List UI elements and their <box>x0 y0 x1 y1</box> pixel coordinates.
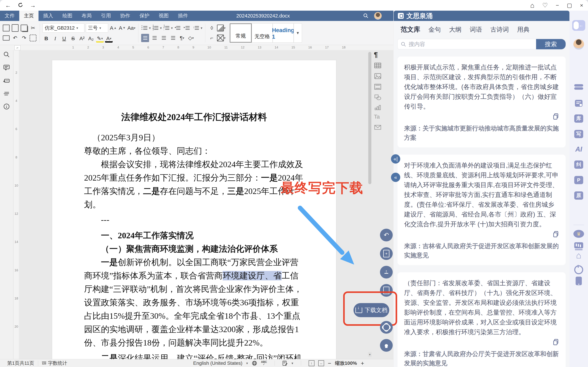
strikethrough-button[interactable]: S <box>69 34 77 43</box>
copy-icon[interactable] <box>404 339 559 346</box>
copy-icon[interactable] <box>404 113 559 120</box>
zoom-level[interactable]: 缩放100% <box>335 360 357 367</box>
bullet-list-button[interactable]: •••▾ <box>141 24 151 32</box>
tab-collaborate[interactable]: 协作 <box>116 11 135 21</box>
align-center-button[interactable] <box>150 34 158 42</box>
search-submit-button[interactable]: 搜索 <box>536 39 566 49</box>
refresh-button[interactable] <box>17 2 23 9</box>
forward-button[interactable]: → <box>30 2 36 9</box>
style-normal[interactable]: 常规 <box>230 23 252 43</box>
save-button[interactable] <box>2 24 10 32</box>
style-gallery-more-button[interactable]: ▾ <box>294 23 302 43</box>
write-icon[interactable]: 写 <box>574 130 583 138</box>
panel-collapse-handle-icon[interactable]: « <box>391 173 400 182</box>
paste-button[interactable] <box>11 24 19 32</box>
original-icon[interactable]: 原 <box>574 192 583 200</box>
tab-home[interactable]: 主页 <box>19 11 39 21</box>
copy-icon[interactable] <box>404 231 559 238</box>
word-count-button[interactable]: 字数统计 <box>48 360 67 367</box>
style-heading1[interactable]: Heading 1 <box>273 23 294 43</box>
underline-button[interactable]: U <box>60 34 68 43</box>
language-selector[interactable]: English (United States) <box>193 360 242 366</box>
shapes-icon[interactable] <box>374 93 382 101</box>
scroll-down-button[interactable]: ▼ <box>368 352 372 357</box>
proofread-icon[interactable]: 纠 <box>574 160 583 169</box>
tab-view[interactable]: 视图 <box>154 11 173 21</box>
outline-icon[interactable] <box>3 90 10 97</box>
paragraph-mark-button[interactable]: ¶▾ <box>178 34 186 42</box>
font-size-select[interactable]: 三号▾ <box>86 23 108 33</box>
bold-button[interactable]: B <box>43 34 50 43</box>
tab-layout[interactable]: 布局 <box>77 11 96 21</box>
borders-button[interactable]: ▾ <box>217 34 226 42</box>
tab-allusions[interactable]: 用典 <box>517 25 529 34</box>
clear-format-button[interactable]: ◊ <box>208 24 216 32</box>
library-icon[interactable]: 库 <box>574 114 583 123</box>
highlight-color-button[interactable]: ✎▾ <box>96 34 104 43</box>
search-input[interactable] <box>398 39 536 49</box>
tab-sample-library[interactable]: 范文库 <box>401 25 420 34</box>
chart-icon[interactable] <box>374 104 382 111</box>
decrease-indent-button[interactable]: ◂ <box>174 24 182 32</box>
multilevel-list-button[interactable]: 1•:▾ <box>163 24 173 32</box>
vertical-ruler[interactable]: 2468101214161820 <box>14 50 19 359</box>
justify-button[interactable] <box>169 34 177 42</box>
close-button[interactable]: × <box>580 2 583 8</box>
search-icon[interactable] <box>362 12 370 20</box>
new-document-fab[interactable]: + <box>380 247 393 260</box>
track-changes-icon[interactable] <box>282 360 288 366</box>
ppt-icon[interactable]: P <box>574 176 583 184</box>
redo-button[interactable]: ↷ <box>20 34 28 42</box>
reference-card[interactable]: 积极开展试点示范，聚焦重点任务，定期推进一批试点项目、示范街区建设，发挥典型示范… <box>398 57 566 147</box>
favorite-icon[interactable]: ♡ <box>542 2 548 9</box>
download-document-button[interactable]: 下载文档 <box>353 303 389 317</box>
stamp-fab[interactable] <box>380 339 393 352</box>
fit-width-icon[interactable]: ↔ <box>318 360 324 366</box>
zoom-in-button[interactable]: + <box>361 360 364 367</box>
wordart-icon[interactable]: Ta <box>374 114 382 121</box>
globe-icon[interactable] <box>252 360 257 366</box>
tab-ancient-poetry[interactable]: 古诗词 <box>490 25 509 34</box>
tab-words[interactable]: 词语 <box>470 25 482 34</box>
tab-stop-selector[interactable]: ⌐ <box>14 45 21 50</box>
layers-icon[interactable] <box>574 84 583 87</box>
line-spacing-button[interactable]: ↕▾ <box>193 24 202 32</box>
rail-home-icon[interactable]: ⌂ <box>576 252 581 259</box>
align-right-button[interactable] <box>160 34 168 42</box>
shading-drop-button[interactable]: ◇▾ <box>187 34 195 42</box>
textbox-icon[interactable] <box>374 83 382 91</box>
settings-fab[interactable] <box>380 321 393 334</box>
back-button[interactable]: ← <box>5 2 11 9</box>
ai-icon[interactable]: AI <box>575 145 582 153</box>
tab-plugins[interactable]: 插件 <box>173 11 193 21</box>
panel-collapse-handle-icon[interactable]: «| <box>391 154 400 164</box>
spellcheck-icon[interactable]: ABC✓ <box>261 361 267 366</box>
upload-fab[interactable]: ↑ <box>380 266 393 278</box>
style-no-spacing[interactable]: 无空格 <box>252 23 273 43</box>
align-left-button[interactable] <box>141 34 149 42</box>
subscript-button[interactable]: A₂ <box>87 34 95 43</box>
font-color-button[interactable]: A▾ <box>105 34 113 43</box>
tab-file[interactable]: 文件 <box>0 11 19 21</box>
cut-button[interactable]: ✂ <box>29 24 37 32</box>
find-icon[interactable] <box>3 51 10 58</box>
account-avatar[interactable] <box>374 12 382 20</box>
home-icon[interactable]: ⌂ <box>530 1 534 9</box>
rail-collapse-toggle[interactable]: ← <box>572 20 585 31</box>
copy-button[interactable] <box>20 24 28 32</box>
rail-avatar[interactable] <box>573 39 584 50</box>
undo-button[interactable]: ↶ <box>11 34 19 42</box>
grow-font-button[interactable]: A▲ <box>110 24 117 32</box>
table-icon[interactable] <box>374 62 382 69</box>
horizontal-ruler[interactable]: ⌐ 123456789101112131415161718 <box>0 45 393 50</box>
stats-icon[interactable] <box>574 242 583 249</box>
maximize-button[interactable]: ▢ <box>567 2 572 8</box>
print-button[interactable] <box>2 34 10 42</box>
mobile-icon[interactable] <box>576 277 582 285</box>
tab-golden-sentences[interactable]: 金句 <box>428 25 441 34</box>
envelope-icon[interactable] <box>374 124 382 131</box>
undo-fab[interactable]: ↶ <box>380 229 393 242</box>
comment-icon[interactable] <box>3 64 10 71</box>
reference-card[interactable]: （责任部门：省发展改革委、省国土资源厅、省建设厅、省商务厅、省科技厅）（十九）强… <box>398 272 566 367</box>
zoom-out-button[interactable]: − <box>328 360 331 367</box>
